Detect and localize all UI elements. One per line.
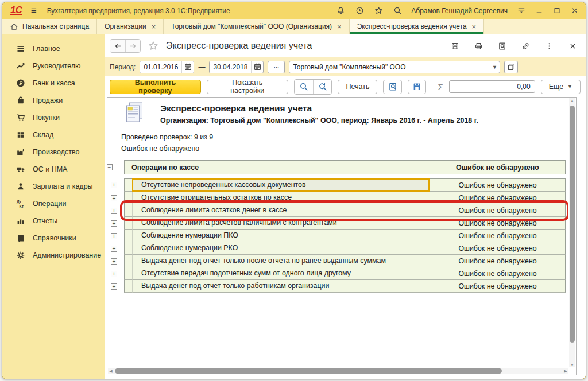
save-icon[interactable] xyxy=(450,41,460,51)
sidebar-item-продажи[interactable]: Продажи xyxy=(2,92,105,109)
scroll-right-icon[interactable]: ▶ xyxy=(563,369,568,374)
period-to-input[interactable] xyxy=(210,61,251,73)
tab-close-icon[interactable]: × xyxy=(337,23,342,30)
scroll-left-icon[interactable]: ◀ xyxy=(108,369,114,374)
sidebar-item-справочники[interactable]: Справочники xyxy=(2,230,105,247)
history-clock-icon[interactable] xyxy=(355,6,364,15)
check-status-cell[interactable]: Ошибок не обнаружено xyxy=(430,255,566,267)
save-file-icon[interactable] xyxy=(408,80,426,94)
print-preview-icon[interactable] xyxy=(383,80,401,94)
kebab-menu-icon[interactable] xyxy=(544,41,554,51)
vertical-scroll-thumb[interactable] xyxy=(570,106,575,343)
table-row[interactable]: + Соблюдение лимита остатков денег в кас… xyxy=(110,204,568,217)
sidebar-item-ос-и-нма[interactable]: ОС и НМА xyxy=(2,161,105,178)
table-row[interactable]: + Соблюдение нумерации ПКО Ошибок не обн… xyxy=(110,230,568,242)
scroll-up-icon[interactable]: ▲ xyxy=(569,99,575,103)
sidebar-item-покупки[interactable]: Покупки xyxy=(2,109,105,126)
forward-button[interactable] xyxy=(125,40,140,52)
expand-plus-icon[interactable]: + xyxy=(111,208,117,214)
table-row[interactable]: + Соблюдение лимита расчетов наличными с… xyxy=(110,217,568,230)
table-row[interactable]: + Выдача денег под отчет только после от… xyxy=(110,255,568,267)
check-status-cell[interactable]: Ошибок не обнаружено xyxy=(430,280,566,293)
sidebar-item-администрирование[interactable]: Администрирование xyxy=(2,247,105,264)
check-name-cell[interactable]: Соблюдение нумерации ПКО xyxy=(132,230,430,242)
check-name-cell[interactable]: Отсутствие непроведенных кассовых докуме… xyxy=(132,178,430,192)
collapse-minus-icon[interactable]: − xyxy=(107,164,113,170)
check-name-cell[interactable]: Отсутствие отрицательных остатков по кас… xyxy=(132,192,430,204)
minimize-icon[interactable] xyxy=(535,6,543,15)
sum-input[interactable] xyxy=(449,80,535,93)
table-row[interactable]: + Выдача денег под отчет только работник… xyxy=(110,280,568,293)
sidebar-item-зарплата-и-кадры[interactable]: Зарплата и кадры xyxy=(2,178,105,195)
run-check-button[interactable]: Выполнить проверку xyxy=(110,80,201,94)
more-button[interactable]: Еще ▼ xyxy=(541,80,581,94)
expand-plus-icon[interactable]: + xyxy=(111,182,117,188)
back-button[interactable] xyxy=(110,40,125,52)
tab-3[interactable]: Экспресс-проверка ведения учета × xyxy=(350,19,484,34)
table-row[interactable]: + Отсутствие непроведенных кассовых доку… xyxy=(110,178,568,192)
sidebar-item-отчеты[interactable]: Отчеты xyxy=(2,212,105,230)
calendar-icon[interactable] xyxy=(251,61,263,73)
print-button[interactable]: Печать xyxy=(338,80,377,94)
current-user[interactable]: Абрамов Геннадий Сергеевич xyxy=(411,7,508,15)
horizontal-scrollbar[interactable]: ◀ ▶ xyxy=(108,368,568,374)
open-form-button[interactable] xyxy=(504,61,518,73)
expand-plus-icon[interactable]: + xyxy=(111,246,117,252)
expand-plus-icon[interactable]: + xyxy=(111,220,117,227)
add-favorite-star-icon[interactable] xyxy=(148,41,158,51)
maximize-icon[interactable] xyxy=(553,6,561,15)
tab-close-icon[interactable]: × xyxy=(152,23,156,30)
tab-close-icon[interactable]: × xyxy=(472,23,477,30)
search-icon[interactable] xyxy=(393,6,402,15)
main-menu-icon[interactable]: ≡ xyxy=(31,5,37,17)
sidebar-item-главное[interactable]: Главное xyxy=(2,40,105,57)
table-group-header[interactable]: − Операции по кассе Ошибок не обнаружено xyxy=(110,160,568,174)
check-name-cell[interactable]: Соблюдение нумерации РКО xyxy=(132,242,430,255)
check-name-cell[interactable]: Выдача денег под отчет только после отче… xyxy=(132,255,430,267)
expand-plus-icon[interactable]: + xyxy=(111,195,117,201)
check-name-cell[interactable]: Соблюдение лимита остатков денег в кассе xyxy=(132,204,430,217)
preview-icon[interactable] xyxy=(497,41,507,51)
scroll-down-icon[interactable]: ▼ xyxy=(569,363,575,367)
organization-combo[interactable]: Торговый дом "Комплексный" ООО ▼ xyxy=(289,61,500,73)
sidebar-item-банк-и-касса[interactable]: Банк и касса xyxy=(2,75,105,92)
check-name-cell[interactable]: Соблюдение лимита расчетов наличными с к… xyxy=(132,217,430,230)
expand-plus-icon[interactable]: + xyxy=(111,283,117,290)
close-window-icon[interactable] xyxy=(568,41,578,51)
period-options-button[interactable]: ... xyxy=(268,61,285,73)
table-row[interactable]: + Соблюдение нумерации РКО Ошибок не обн… xyxy=(110,242,568,255)
table-row[interactable]: + Отсутствие передач подотчетных сумм от… xyxy=(110,267,568,280)
check-status-cell[interactable]: Ошибок не обнаружено xyxy=(430,242,566,255)
check-name-cell[interactable]: Выдача денег под отчет только работникам… xyxy=(132,280,430,293)
horizontal-scroll-thumb[interactable] xyxy=(115,368,502,374)
link-icon[interactable] xyxy=(521,41,531,51)
check-name-cell[interactable]: Отсутствие передач подотчетных сумм от о… xyxy=(132,267,430,280)
check-status-cell[interactable]: Ошибок не обнаружено xyxy=(430,178,566,192)
print-icon[interactable] xyxy=(474,41,483,51)
find-icon[interactable] xyxy=(295,80,313,94)
sidebar-item-склад[interactable]: Склад xyxy=(2,126,105,143)
calendar-icon[interactable] xyxy=(181,61,194,73)
service-menu-icon[interactable] xyxy=(517,6,525,15)
sidebar-item-операции[interactable]: ДтКт Операции xyxy=(2,195,105,212)
tab-1[interactable]: Организации × xyxy=(97,19,164,34)
expand-plus-icon[interactable]: + xyxy=(111,233,117,239)
check-status-cell[interactable]: Ошибок не обнаружено xyxy=(430,267,566,280)
table-row[interactable]: + Отсутствие отрицательных остатков по к… xyxy=(110,192,568,204)
vertical-scrollbar[interactable]: ▲ ▼ xyxy=(569,98,575,367)
check-status-cell[interactable]: Ошибок не обнаружено xyxy=(430,204,566,217)
check-status-cell[interactable]: Ошибок не обнаружено xyxy=(430,192,566,204)
sidebar-item-руководителю[interactable]: Руководителю xyxy=(2,57,105,75)
sidebar-item-производство[interactable]: Производство xyxy=(2,143,105,161)
expand-plus-icon[interactable]: + xyxy=(111,258,117,265)
period-from-input[interactable] xyxy=(140,61,181,73)
chevron-down-icon[interactable]: ▼ xyxy=(489,61,500,73)
close-icon[interactable] xyxy=(571,6,579,15)
check-status-cell[interactable]: Ошибок не обнаружено xyxy=(430,230,566,242)
show-settings-button[interactable]: Показать настройки xyxy=(207,80,288,94)
find-refresh-icon[interactable] xyxy=(313,80,331,94)
tab-0[interactable]: Начальная страница xyxy=(2,19,97,34)
notifications-bell-icon[interactable] xyxy=(336,6,345,15)
expand-plus-icon[interactable]: + xyxy=(111,271,117,277)
tab-2[interactable]: Торговый дом "Комплексный" ООО (Организа… xyxy=(164,19,349,34)
